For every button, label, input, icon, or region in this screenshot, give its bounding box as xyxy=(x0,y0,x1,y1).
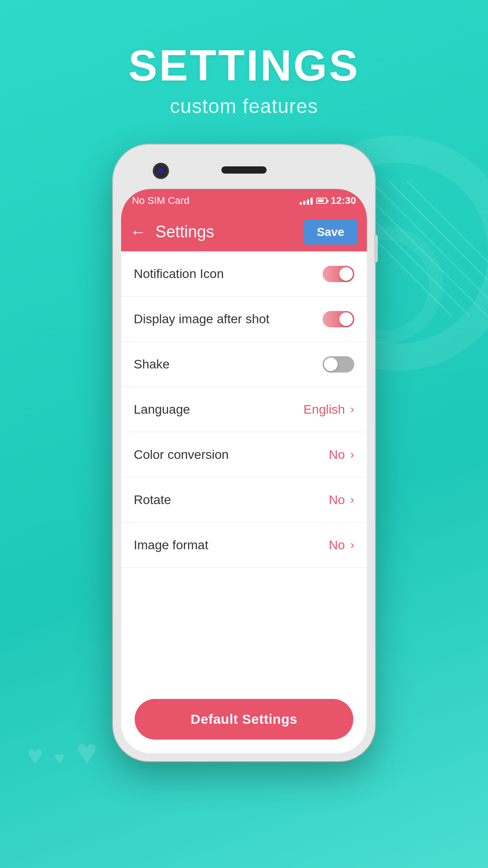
signal-bar-3 xyxy=(307,199,309,205)
rotate-chevron-icon: › xyxy=(350,493,354,507)
display-image-knob xyxy=(339,312,353,326)
default-btn-area: Default Settings xyxy=(121,685,367,753)
settings-list: Notification Icon Display image after sh… xyxy=(121,251,367,568)
notification-icon-toggle[interactable] xyxy=(323,266,354,282)
svg-line-2 xyxy=(389,181,488,280)
side-button xyxy=(374,235,378,262)
phone-body: No SIM Card 12:30 xyxy=(113,145,375,761)
language-chevron-icon: › xyxy=(350,402,354,416)
hearts-decoration: ♥ ♥ ♥ xyxy=(23,727,102,778)
signal-bar-1 xyxy=(300,202,302,205)
default-settings-button[interactable]: Default Settings xyxy=(135,699,353,740)
signal-bar-2 xyxy=(303,201,305,205)
display-image-label: Display image after shot xyxy=(134,312,269,326)
rotate-value: No xyxy=(329,493,345,507)
rotate-label: Rotate xyxy=(134,493,171,507)
app-bar-title: Settings xyxy=(155,222,214,241)
back-button[interactable]: ← xyxy=(130,222,146,241)
status-icons: 12:30 xyxy=(300,195,356,207)
image-format-value: No xyxy=(329,538,345,552)
language-label: Language xyxy=(134,402,190,417)
app-bar-left: ← Settings xyxy=(130,222,214,241)
display-image-toggle[interactable] xyxy=(323,311,354,327)
phone-inner: No SIM Card 12:30 xyxy=(121,189,367,753)
title-area: SETTINGS custom features xyxy=(128,41,360,118)
color-conversion-value: No xyxy=(329,448,345,462)
app-bar: ← Settings Save xyxy=(121,212,367,251)
image-format-label: Image format xyxy=(134,538,208,552)
setting-item-shake[interactable]: Shake xyxy=(121,342,367,387)
setting-item-color-conversion[interactable]: Color conversion No › xyxy=(121,432,367,477)
shake-label: Shake xyxy=(134,357,169,372)
screen: No SIM Card 12:30 xyxy=(121,189,367,753)
rotate-value-area: No › xyxy=(329,493,354,507)
main-title: SETTINGS xyxy=(128,41,360,90)
status-bar: No SIM Card 12:30 xyxy=(121,189,367,212)
status-time: 12:30 xyxy=(331,195,356,207)
image-format-value-area: No › xyxy=(329,538,354,552)
battery-fill xyxy=(318,199,324,202)
color-conversion-label: Color conversion xyxy=(134,448,229,462)
shake-knob xyxy=(324,358,338,371)
sub-title: custom features xyxy=(128,95,360,118)
phone-top xyxy=(121,153,367,189)
save-button[interactable]: Save xyxy=(303,220,358,245)
earpiece xyxy=(221,166,267,174)
language-value-area: English › xyxy=(303,402,354,417)
setting-item-image-format[interactable]: Image format No › xyxy=(121,523,367,568)
color-conversion-value-area: No › xyxy=(329,448,354,462)
image-format-chevron-icon: › xyxy=(350,538,354,552)
signal-icon xyxy=(300,197,313,205)
notification-icon-label: Notification Icon xyxy=(134,267,224,281)
setting-item-notification-icon[interactable]: Notification Icon xyxy=(121,251,367,297)
battery-icon xyxy=(316,198,327,204)
phone-mockup: No SIM Card 12:30 xyxy=(113,145,375,761)
empty-content-area xyxy=(121,568,367,685)
setting-item-language[interactable]: Language English › xyxy=(121,387,367,432)
camera xyxy=(153,163,169,179)
color-conversion-chevron-icon: › xyxy=(350,448,354,462)
svg-line-1 xyxy=(371,181,488,298)
sim-status: No SIM Card xyxy=(132,195,189,207)
setting-item-rotate[interactable]: Rotate No › xyxy=(121,477,367,523)
signal-bar-4 xyxy=(310,198,313,205)
shake-toggle[interactable] xyxy=(323,356,354,373)
setting-item-display-image[interactable]: Display image after shot xyxy=(121,297,367,342)
svg-line-3 xyxy=(407,181,488,262)
language-value: English xyxy=(303,402,345,417)
notification-icon-knob xyxy=(339,267,353,281)
